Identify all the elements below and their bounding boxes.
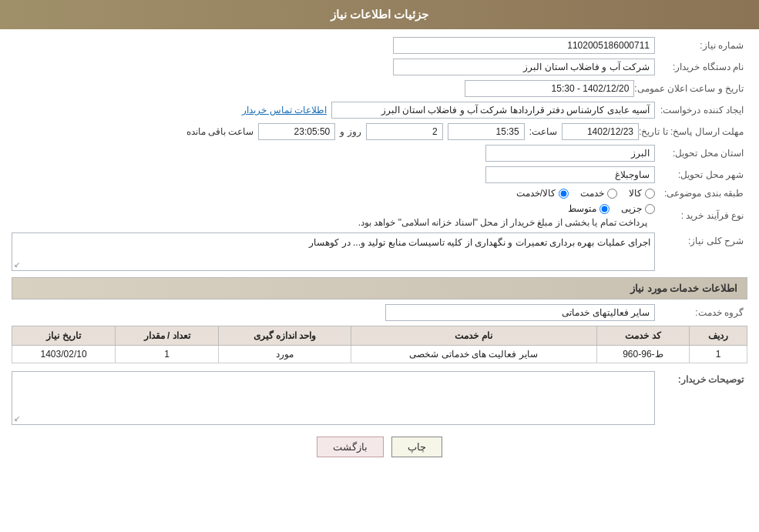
row-kod: ط-96-960 xyxy=(596,346,690,363)
sharh-value: اجرای عملیات بهره برداری تعمیرات و نگهدا… xyxy=(12,233,655,271)
groheKhedmat-value: سایر فعالیتهای خدماتی xyxy=(385,304,655,321)
services-table: ردیف کد خدمت نام خدمت واحد اندازه گیری ت… xyxy=(12,326,747,363)
tabaghe-kalakhedmat-label: کالا/خدمت xyxy=(516,188,556,199)
services-section-header: اطلاعات خدمات مورد نیاز xyxy=(12,277,747,299)
tabaghe-khedmat: خدمت xyxy=(580,188,617,199)
mohlat-rooz-label: روز و xyxy=(340,126,361,137)
shomareNiaz-value: 1102005186000711 xyxy=(393,37,655,54)
shahr-value: ساوجبلاغ xyxy=(485,166,655,183)
tabaghe-radio-group: کالا خدمت کالا/خدمت xyxy=(516,188,655,199)
page-wrapper: جزئیات اطلاعات نیاز شماره نیاز: 11020051… xyxy=(0,0,759,532)
tabaghe-khedmat-label: خدمت xyxy=(580,188,604,199)
noeFarayand-jozvi: جزیی xyxy=(621,203,655,214)
back-button[interactable]: بازگشت xyxy=(317,437,384,457)
noeFarayand-motaset-label: متوسط xyxy=(568,203,596,214)
row-vahed: مورد xyxy=(219,346,351,363)
col-kod: کد خدمت xyxy=(596,326,690,346)
mohlat-rooz: 2 xyxy=(366,123,443,140)
col-tarikh: تاریخ نیاز xyxy=(12,326,116,346)
shahr-row: شهر محل تحویل: ساوجبلاغ xyxy=(12,166,747,183)
ijadkonande-value: آسیه عابدی کارشناس دفتر قراردادها شرکت آ… xyxy=(331,102,655,119)
noeFarayand-jozvi-radio[interactable] xyxy=(645,204,655,214)
namdastgah-row: نام دستگاه خریدار: شرکت آب و فاضلاب استا… xyxy=(12,59,747,75)
mohlat-saat-mande-label: ساعت باقی مانده xyxy=(186,126,254,137)
ijadkonande-label: ایجاد کننده درخواست: xyxy=(655,105,747,115)
toseif-label: توصیحات خریدار: xyxy=(655,374,747,385)
tarikh-row: تاریخ و ساعت اعلان عمومی: 1402/12/20 - 1… xyxy=(12,80,747,97)
mohlat-date: 1402/12/23 xyxy=(562,123,639,140)
mohlat-group: 1402/12/23 ساعت: 15:35 2 روز و 23:05:50 … xyxy=(12,123,639,140)
mohlat-saat-label: ساعت: xyxy=(529,126,557,137)
noeFarayand-label: نوع فرآیند خرید : xyxy=(655,210,747,221)
col-vahed: واحد اندازه گیری xyxy=(219,326,351,346)
groheKhedmat-row: گروه خدمت: سایر فعالیتهای خدماتی xyxy=(12,304,747,321)
ostan-label: استان محل تحویل: xyxy=(655,148,747,159)
sharh-label: شرح کلی نیاز: xyxy=(655,236,747,246)
tabaghe-kala-radio[interactable] xyxy=(645,189,655,199)
col-nam: نام خدمت xyxy=(351,326,596,346)
mohlat-label: مهلت ارسال پاسخ: تا تاریخ: xyxy=(639,126,747,137)
noeFarayand-group: جزیی متوسط پرداخت تمام یا بخشی از مبلغ خ… xyxy=(12,203,655,228)
row-radif: 1 xyxy=(690,346,747,363)
noeFarayand-motaset-radio[interactable] xyxy=(599,204,610,214)
toseif-value xyxy=(12,371,655,425)
noeFarayand-row: نوع فرآیند خرید : جزیی متوسط پرداخت تمام… xyxy=(12,203,747,228)
ostan-row: استان محل تحویل: البرز xyxy=(12,145,747,162)
tabaghe-label: طبقه بندی موضوعی: xyxy=(655,188,747,199)
shahr-label: شهر محل تحویل: xyxy=(655,169,747,180)
table-row: 1 ط-96-960 سایر فعالیت های خدماتی شخصی م… xyxy=(12,346,747,363)
col-radif: ردیف xyxy=(690,326,747,346)
mohlat-saat: 15:35 xyxy=(448,123,525,140)
page-title: جزئیات اطلاعات نیاز xyxy=(331,8,428,21)
tabaghe-row: طبقه بندی موضوعی: کالا خدمت کالا/خدمت xyxy=(12,188,747,199)
ijadkonande-group: آسیه عابدی کارشناس دفتر قراردادها شرکت آ… xyxy=(12,102,655,119)
groheKhedmat-label: گروه خدمت: xyxy=(655,307,747,318)
mohlat-countdown: 23:05:50 xyxy=(258,123,335,140)
row-tarikh: 1403/02/10 xyxy=(12,346,116,363)
row-nam: سایر فعالیت های خدماتی شخصی xyxy=(351,346,596,363)
sharh-section: شرح کلی نیاز: اجرای عملیات بهره برداری ت… xyxy=(12,233,747,271)
tarikh-value: 1402/12/20 - 15:30 xyxy=(465,80,634,97)
col-tedad: تعداد / مقدار xyxy=(116,326,219,346)
ijadkonande-row: ایجاد کننده درخواست: آسیه عابدی کارشناس … xyxy=(12,102,747,119)
tarikh-label: تاریخ و ساعت اعلان عمومی: xyxy=(634,83,747,94)
noeFarayand-motaset: متوسط xyxy=(568,203,610,214)
noeFarayand-jozvi-label: جزیی xyxy=(621,203,642,214)
toseif-section: توصیحات خریدار: xyxy=(12,371,747,425)
button-row: چاپ بازگشت xyxy=(12,437,747,457)
shomareNiaz-row: شماره نیاز: 1102005186000711 xyxy=(12,37,747,54)
page-header: جزئیات اطلاعات نیاز xyxy=(0,0,759,29)
etelaat-link[interactable]: اطلاعات تماس خریدار xyxy=(242,105,327,115)
shomareNiaz-label: شماره نیاز: xyxy=(655,40,747,51)
row-tedad: 1 xyxy=(116,346,219,363)
tabaghe-kala-label: کالا xyxy=(629,188,642,199)
tabaghe-kalakhedmat: کالا/خدمت xyxy=(516,188,569,199)
ostan-value: البرز xyxy=(485,145,655,162)
farayand-note: پرداخت تمام یا بخشی از مبلغ خریدار از مح… xyxy=(358,217,647,228)
main-content: شماره نیاز: 1102005186000711 نام دستگاه … xyxy=(0,29,759,477)
print-button[interactable]: چاپ xyxy=(391,437,442,457)
tabaghe-khedmat-radio[interactable] xyxy=(607,189,617,199)
tabaghe-kala: کالا xyxy=(629,188,655,199)
namdastgah-label: نام دستگاه خریدار: xyxy=(655,62,747,72)
namdastgah-value: شرکت آب و فاضلاب استان البرز xyxy=(393,59,655,75)
tabaghe-kalakhedmat-radio[interactable] xyxy=(559,189,569,199)
mohlat-row: مهلت ارسال پاسخ: تا تاریخ: 1402/12/23 سا… xyxy=(12,123,747,140)
